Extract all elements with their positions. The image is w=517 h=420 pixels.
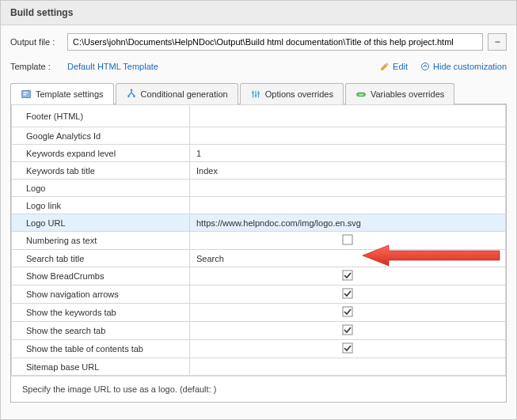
svg-rect-3 (24, 94, 27, 95)
table-row[interactable]: Numbering as text (12, 232, 506, 250)
table-row[interactable]: Logo link (12, 197, 506, 214)
checkbox-checked[interactable] (196, 324, 499, 335)
svg-rect-12 (257, 93, 260, 94)
prop-value[interactable]: Search (190, 250, 506, 267)
table-row[interactable]: Show navigation arrows (12, 286, 506, 304)
template-settings-body: Footer (HTML) Google Analytics Id Keywor… (10, 104, 507, 403)
prop-name: Show the table of contents tab (12, 340, 190, 358)
table-row-selected[interactable]: Logo URLhttps://www.helpndoc.com/img/log… (12, 214, 506, 232)
svg-rect-10 (252, 92, 254, 93)
checkbox-checked[interactable] (196, 288, 499, 299)
variables-icon: ab (355, 89, 367, 100)
prop-name: Sitemap base URL (12, 358, 190, 376)
prop-value[interactable]: 1 (190, 145, 506, 162)
panel-title: Build settings (10, 7, 73, 18)
table-row[interactable]: Show BreadCrumbs (12, 267, 506, 286)
tab-conditional-generation[interactable]: Conditional generation (116, 83, 238, 104)
svg-rect-2 (24, 92, 28, 93)
hide-customization-link[interactable]: Hide customization (420, 62, 507, 71)
checkbox-checked[interactable] (196, 342, 499, 354)
tab-variables-overrides[interactable]: ab Variables overrides (345, 83, 454, 104)
prop-name: Search tab title (12, 250, 190, 267)
template-label: Template : (10, 62, 67, 71)
svg-rect-18 (343, 307, 352, 316)
svg-rect-17 (343, 289, 352, 298)
svg-text:ab: ab (359, 93, 363, 96)
properties-table: Footer (HTML) Google Analytics Id Keywor… (11, 104, 506, 376)
prop-name: Footer (HTML) (12, 105, 190, 127)
tab-label: Variables overrides (371, 89, 444, 99)
output-file-label: Output file : (10, 37, 63, 47)
table-row[interactable]: Show the keywords tab (12, 304, 506, 322)
table-row[interactable]: Google Analytics Id (12, 127, 506, 145)
prop-value[interactable]: https://www.helpndoc.com/img/logo.en.svg (190, 214, 506, 232)
template-row: Template : Default HTML Template Edit Hi… (1, 57, 516, 82)
checkbox-checked[interactable] (196, 306, 499, 317)
checkbox-unchecked[interactable] (196, 234, 499, 245)
prop-name: Logo (12, 180, 190, 197)
prop-name: Show navigation arrows (12, 286, 190, 304)
ellipsis-icon: ··· (495, 37, 500, 47)
prop-name: Numbering as text (12, 232, 190, 250)
table-row[interactable]: Show the table of contents tab (12, 340, 506, 358)
prop-name: Show BreadCrumbs (12, 267, 190, 286)
svg-point-5 (133, 95, 135, 97)
tab-bar: Template settings Conditional generation… (10, 82, 507, 104)
prop-name: Logo link (12, 197, 190, 214)
build-settings-panel: Build settings Output file : ··· Templat… (0, 0, 517, 420)
pencil-icon (380, 62, 390, 71)
panel-header: Build settings (1, 1, 516, 25)
prop-name: Logo URL (12, 214, 190, 232)
options-icon (250, 89, 261, 100)
hide-label: Hide customization (433, 62, 507, 71)
prop-name: Google Analytics Id (12, 127, 190, 145)
tab-options-overrides[interactable]: Options overrides (240, 83, 344, 104)
edit-link[interactable]: Edit (380, 62, 408, 71)
prop-name: Show the search tab (12, 322, 190, 340)
template-icon (21, 89, 32, 100)
svg-rect-15 (343, 235, 352, 244)
tab-label: Conditional generation (141, 89, 228, 99)
table-row[interactable]: Search tab titleSearch (12, 250, 506, 267)
tab-label: Template settings (36, 89, 104, 99)
svg-point-0 (422, 63, 429, 70)
checkbox-checked[interactable] (196, 270, 499, 281)
table-row[interactable]: Logo (12, 180, 506, 197)
output-file-row: Output file : ··· (1, 25, 516, 57)
svg-rect-19 (343, 325, 352, 335)
tab-label: Options overrides (265, 89, 333, 99)
svg-rect-11 (254, 95, 257, 96)
svg-point-4 (127, 95, 130, 97)
table-row[interactable]: Keywords expand level1 (12, 145, 506, 162)
table-row[interactable]: Keywords tab titleIndex (12, 162, 506, 180)
prop-name: Keywords tab title (12, 162, 190, 180)
svg-point-6 (130, 89, 132, 91)
svg-rect-20 (343, 343, 352, 353)
conditional-icon (126, 89, 137, 100)
output-file-input[interactable] (67, 33, 483, 51)
table-row[interactable]: Show the search tab (12, 322, 506, 340)
edit-label: Edit (393, 62, 408, 71)
tabs-container: Template settings Conditional generation… (10, 82, 507, 403)
prop-value[interactable]: Index (190, 162, 506, 180)
tab-template-settings[interactable]: Template settings (10, 83, 114, 104)
browse-button[interactable]: ··· (488, 33, 507, 51)
svg-rect-16 (343, 271, 352, 280)
description-text: Specify the image URL to use as a logo. … (11, 376, 506, 402)
template-link[interactable]: Default HTML Template (67, 62, 158, 71)
table-row[interactable]: Footer (HTML) (12, 105, 506, 127)
caret-up-icon (420, 62, 430, 71)
table-row[interactable]: Sitemap base URL (12, 358, 506, 376)
prop-name: Show the keywords tab (12, 304, 190, 322)
prop-name: Keywords expand level (12, 145, 190, 162)
